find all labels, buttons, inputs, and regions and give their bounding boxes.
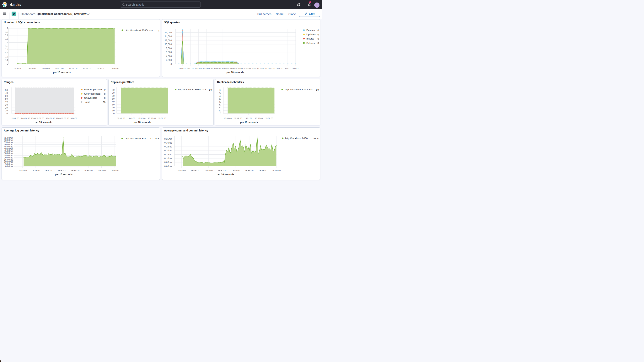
svg-text:40: 40 (5, 100, 8, 103)
svg-text:Selects: Selects (306, 42, 315, 44)
svg-text:http://localhost:808...: http://localhost:808... (125, 137, 148, 140)
svg-text:15:54:00: 15:54:00 (71, 170, 80, 172)
svg-text:15:58:00: 15:58:00 (96, 67, 105, 70)
svg-text:15:52:00: 15:52:00 (227, 67, 234, 70)
svg-text:15:49:00: 15:49:00 (128, 118, 135, 120)
svg-text:15:52:00: 15:52:00 (244, 118, 252, 120)
svg-text:89: 89 (103, 100, 106, 104)
svg-text:15:50:00: 15:50:00 (41, 67, 50, 70)
svg-text:0.9: 0.9 (5, 30, 8, 33)
svg-text:Inserts: Inserts (306, 37, 314, 40)
svg-text:40: 40 (219, 100, 221, 103)
svg-text:15:49:00: 15:49:00 (203, 67, 210, 70)
svg-text:15:52:00: 15:52:00 (138, 118, 146, 120)
svg-text:15:46:00: 15:46:00 (14, 67, 22, 70)
svg-text:10,000: 10,000 (165, 43, 172, 46)
svg-text:0: 0 (170, 63, 172, 65)
svg-text:30: 30 (5, 103, 8, 106)
svg-text:89: 89 (316, 88, 319, 91)
svg-text:30: 30 (112, 103, 115, 106)
svg-text:0.2: 0.2 (5, 55, 8, 58)
svg-text:0.15ms: 0.15ms (164, 153, 172, 156)
svg-text:15:53:00: 15:53:00 (235, 67, 242, 70)
svg-text:0.5: 0.5 (5, 45, 8, 48)
svg-text:15:47:00: 15:47:00 (187, 67, 194, 70)
svg-text:0.26ms: 0.26ms (311, 137, 319, 140)
svg-text:0.05ms: 0.05ms (164, 161, 172, 164)
svg-text:4,000: 4,000 (166, 55, 172, 58)
svg-text:0.3: 0.3 (5, 52, 8, 54)
svg-text:per 10 seconds: per 10 seconds (226, 71, 244, 74)
svg-text:30: 30 (219, 103, 221, 106)
svg-text:15:46:00: 15:46:00 (117, 118, 125, 120)
svg-text:15:52:00: 15:52:00 (58, 170, 66, 172)
svg-text:70: 70 (112, 92, 115, 94)
svg-text:15:56:00: 15:56:00 (259, 67, 267, 70)
svg-text:Total: Total (84, 100, 90, 103)
svg-text:8,000: 8,000 (166, 47, 172, 50)
svg-text:15:46:00: 15:46:00 (18, 170, 27, 172)
svg-text:16:00:00: 16:00:00 (110, 170, 119, 172)
svg-text:15:50:00: 15:50:00 (204, 170, 213, 172)
svg-text:15:56:00: 15:56:00 (83, 67, 92, 70)
svg-text:http://localhost:8080/_sta...: http://localhost:8080/_sta... (284, 88, 314, 91)
svg-text:10: 10 (5, 109, 8, 112)
svg-text:0: 0 (317, 33, 319, 36)
svg-text:15:59:00: 15:59:00 (284, 67, 291, 70)
svg-text:80: 80 (112, 89, 115, 91)
svg-text:15:49:00: 15:49:00 (234, 118, 242, 120)
svg-text:Deletes: Deletes (306, 29, 315, 32)
svg-text:15:55:00: 15:55:00 (251, 67, 259, 70)
svg-text:15:48:00: 15:48:00 (20, 118, 28, 120)
svg-text:15:46:00: 15:46:00 (224, 118, 232, 120)
svg-text:0.8: 0.8 (5, 34, 8, 37)
svg-text:0: 0 (6, 112, 8, 115)
svg-text:0: 0 (220, 112, 221, 115)
svg-text:0.7: 0.7 (5, 38, 8, 40)
svg-text:per 10 seconds: per 10 seconds (53, 71, 70, 74)
svg-text:15:54:00: 15:54:00 (232, 170, 240, 172)
svg-text:16,000: 16,000 (165, 31, 172, 34)
svg-text:2,000: 2,000 (166, 59, 172, 62)
svg-text:0.6: 0.6 (5, 41, 8, 44)
svg-text:0: 0 (104, 96, 106, 100)
svg-text:0: 0 (7, 62, 8, 65)
svg-text:0: 0 (317, 29, 319, 32)
svg-text:15:54:00: 15:54:00 (69, 67, 78, 70)
svg-text:60: 60 (112, 94, 115, 97)
svg-text:15:51:00: 15:51:00 (219, 67, 226, 70)
svg-text:15:56:00: 15:56:00 (84, 170, 93, 172)
svg-text:15:46:00: 15:46:00 (177, 170, 186, 172)
svg-text:15:58:00: 15:58:00 (276, 67, 283, 70)
svg-text:Overreplicated: Overreplicated (84, 92, 100, 95)
svg-text:0.10ms: 0.10ms (164, 157, 172, 160)
svg-text:16:00:00: 16:00:00 (70, 118, 77, 120)
svg-text:15:57:00: 15:57:00 (268, 67, 275, 70)
svg-text:14,000: 14,000 (165, 35, 172, 38)
svg-text:15:52:00: 15:52:00 (55, 67, 64, 70)
svg-text:6,000: 6,000 (166, 51, 172, 54)
svg-text:15:54:00: 15:54:00 (243, 67, 251, 70)
svg-text:16:00:00: 16:00:00 (110, 67, 119, 70)
svg-text:15:50:00: 15:50:00 (28, 118, 36, 120)
svg-text:per 10 seconds: per 10 seconds (134, 121, 151, 123)
svg-text:0.1: 0.1 (5, 59, 8, 62)
svg-text:22.74ms: 22.74ms (150, 137, 160, 140)
svg-text:50: 50 (219, 97, 221, 100)
svg-text:15:58:00: 15:58:00 (97, 170, 106, 172)
svg-text:0: 0 (104, 88, 106, 91)
svg-text:15:58:00: 15:58:00 (265, 118, 273, 120)
svg-text:15:48:00: 15:48:00 (195, 67, 202, 70)
svg-text:50: 50 (112, 97, 115, 100)
svg-text:0.35ms: 0.35ms (164, 138, 172, 140)
svg-text:15:58:00: 15:58:00 (258, 170, 267, 172)
svg-text:15:52:00: 15:52:00 (218, 170, 226, 172)
svg-text:15:54:00: 15:54:00 (44, 118, 52, 120)
svg-text:Unavailable: Unavailable (84, 96, 97, 99)
svg-text:1: 1 (7, 27, 8, 30)
svg-text:15:48:00: 15:48:00 (28, 67, 36, 70)
svg-text:80: 80 (219, 89, 221, 91)
svg-text:0.00ms: 0.00ms (164, 165, 172, 168)
svg-text:15:52:00: 15:52:00 (36, 118, 44, 120)
svg-text:per 10 seconds: per 10 seconds (35, 121, 52, 123)
